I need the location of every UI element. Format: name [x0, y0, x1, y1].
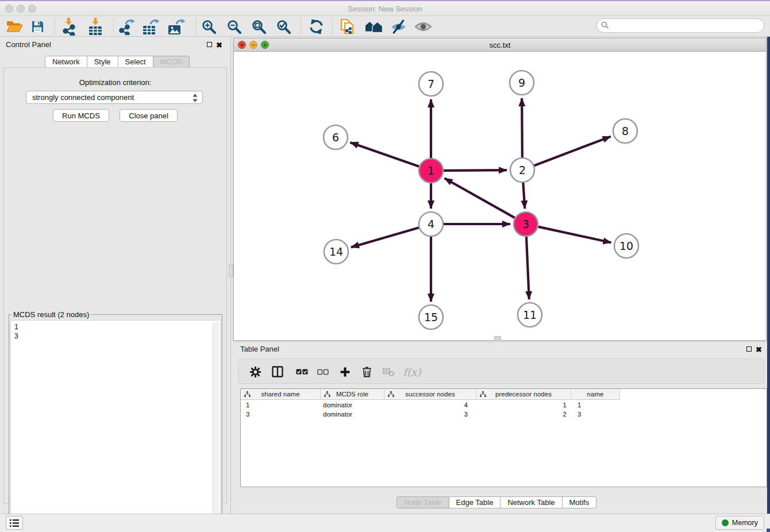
function-builder-button[interactable]: f(x) [401, 359, 424, 384]
column-header-shared-name[interactable]: shared name [241, 389, 321, 400]
open-session-button[interactable] [5, 16, 24, 37]
tab-style[interactable]: Style [87, 56, 118, 68]
gear-icon [250, 367, 261, 377]
export-image-button[interactable] [165, 16, 186, 37]
eye-slash-icon [390, 19, 407, 34]
float-table-panel-icon[interactable] [746, 345, 752, 353]
tab-select[interactable]: Select [118, 56, 153, 68]
home-button[interactable] [363, 16, 384, 37]
cell-mcds-role: dominator [321, 410, 384, 419]
list-icon [9, 518, 20, 528]
run-mcds-button[interactable]: Run MCDS [53, 109, 109, 122]
deselect-all-rows-button[interactable] [314, 359, 332, 384]
graph-node-label-6: 6 [332, 131, 339, 144]
tab-mcds[interactable]: MCDS [153, 56, 190, 68]
table-header-row: shared name MCDS role successor nodes pr… [241, 389, 620, 400]
graph-node-label-10: 10 [619, 240, 633, 252]
apply-layout-button[interactable] [307, 16, 325, 37]
zoom-in-button[interactable] [200, 16, 217, 37]
zoom-fit-icon [251, 19, 267, 34]
close-table-panel-icon[interactable]: ✖ [756, 345, 762, 354]
graph-edge-1-2[interactable] [444, 170, 507, 171]
result-line: 3 [14, 331, 217, 341]
table-settings-button[interactable] [247, 359, 264, 384]
zoom-fit-button[interactable] [250, 16, 267, 37]
graph-node-label-7: 7 [428, 78, 434, 90]
table-panel: Table Panel ✖ [233, 342, 767, 511]
export-table-button[interactable] [141, 16, 160, 37]
memory-button[interactable]: Memory [715, 516, 764, 530]
trash-icon [362, 366, 372, 377]
delete-table-button[interactable] [379, 359, 398, 384]
delete-table-icon [382, 367, 395, 377]
graph-node-label-15: 15 [424, 311, 438, 323]
search-input[interactable] [596, 18, 764, 33]
tab-edge-table[interactable]: Edge Table [449, 496, 501, 508]
column-header-successor-nodes[interactable]: successor nodes [384, 389, 476, 400]
close-panel-button[interactable]: Close panel [120, 109, 178, 122]
cell-successor-nodes: 3 [384, 410, 476, 419]
graph-edge-2-3[interactable] [523, 183, 525, 209]
graph-edge-1-6[interactable] [350, 142, 419, 167]
zoom-out-icon [226, 19, 242, 34]
panel-list-button[interactable] [6, 516, 23, 530]
column-header-name[interactable]: name [571, 389, 620, 400]
float-panel-icon[interactable] [207, 41, 212, 49]
mcds-result-list: 1 3 [10, 320, 221, 526]
network-canvas[interactable]: 7968124314101511 [234, 52, 766, 340]
vertical-splitter-grip[interactable] [229, 264, 233, 277]
fx-icon: f(x) [403, 366, 421, 378]
export-table-icon [142, 18, 159, 35]
table-row[interactable]: 1 dominator 4 1 1 [241, 400, 620, 410]
zoom-out-button[interactable] [225, 16, 242, 37]
toolbar-separator [332, 18, 333, 34]
select-arrows-icon [192, 93, 198, 105]
control-panel-tabs: Network Style Select MCDS [45, 56, 190, 68]
result-scrollbar[interactable] [213, 322, 219, 524]
tree-icon [388, 391, 394, 399]
import-table-button[interactable] [86, 16, 105, 37]
network-window-titlebar[interactable]: × − + scc.txt [234, 38, 766, 52]
column-header-predecessor-nodes[interactable]: predecessor nodes [476, 389, 571, 400]
graph-node-label-1: 1 [428, 164, 434, 177]
cell-shared-name: 1 [241, 400, 321, 410]
criterion-select[interactable]: strongly connected component [26, 91, 203, 104]
table-panel-title: Table Panel [240, 345, 279, 353]
close-panel-icon[interactable]: ✖ [216, 41, 222, 49]
graph-edge-4-14[interactable] [351, 228, 419, 247]
graph-node-label-9: 9 [518, 76, 525, 89]
import-table-icon [88, 18, 103, 36]
zoom-selected-icon [276, 19, 291, 34]
horizontal-splitter-grip[interactable] [494, 336, 501, 341]
show-columns-button[interactable] [268, 359, 287, 384]
column-header-mcds-role[interactable]: MCDS role [321, 389, 384, 400]
graph-edge-3-11[interactable] [526, 237, 529, 299]
create-column-button[interactable] [335, 359, 355, 384]
graph-edge-3-10[interactable] [538, 227, 611, 243]
show-all-button[interactable] [413, 16, 433, 37]
tab-network-table[interactable]: Network Table [500, 496, 562, 508]
cell-predecessor-nodes: 2 [476, 410, 571, 419]
select-all-rows-button[interactable] [292, 359, 311, 384]
graph-node-label-4: 4 [428, 218, 434, 230]
control-panel: Control Panel ✖ Network Style Select MCD… [0, 37, 231, 514]
delete-column-button[interactable] [357, 359, 376, 384]
import-network-button[interactable] [60, 16, 78, 37]
eye-icon [414, 21, 432, 33]
graph-edge-2-9[interactable] [522, 98, 522, 157]
houses-icon [365, 20, 383, 33]
tab-node-table[interactable]: Node Table [396, 496, 449, 508]
save-session-button[interactable] [29, 16, 46, 37]
plus-icon [340, 367, 351, 377]
zoom-selected-button[interactable] [275, 16, 292, 37]
hide-selected-button[interactable] [388, 16, 408, 37]
export-network-button[interactable] [117, 16, 136, 37]
tab-motifs[interactable]: Motifs [563, 496, 597, 508]
desktop-corner [767, 529, 770, 532]
clone-network-button[interactable] [338, 16, 356, 37]
tab-network[interactable]: Network [45, 56, 87, 68]
graph-edge-3-1[interactable] [445, 178, 515, 218]
network-title: scc.txt [234, 41, 766, 49]
graph-edge-2-8[interactable] [534, 137, 611, 166]
table-row[interactable]: 3 dominator 3 2 3 [241, 410, 620, 419]
